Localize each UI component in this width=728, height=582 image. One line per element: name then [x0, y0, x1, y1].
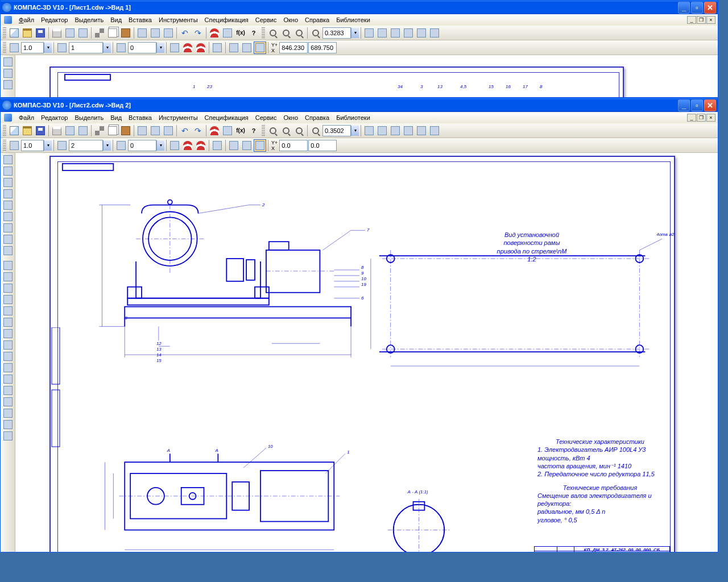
tb-i[interactable] [428, 27, 441, 39]
toolbar-grip[interactable] [3, 42, 6, 53]
tool-param[interactable] [2, 211, 14, 222]
menu-spec[interactable]: Спецификация [201, 113, 252, 122]
mdi-close[interactable]: × [706, 114, 715, 122]
toolbar-grip[interactable] [262, 27, 265, 39]
menu-help[interactable]: Справка [301, 15, 333, 24]
tb-g[interactable] [402, 27, 415, 39]
style-icon-button[interactable] [115, 139, 127, 152]
menu-tools[interactable]: Инструменты [155, 113, 201, 122]
magnet-button[interactable] [208, 27, 221, 39]
menu-view[interactable]: Вид [107, 113, 125, 122]
titlebar-2[interactable]: КОМПАС-3D V10 - [Лист2.cdw ->Вид 2] _ ▫ … [1, 98, 718, 112]
tool-point[interactable] [2, 260, 14, 271]
dropdown-icon[interactable]: ▾ [156, 43, 164, 53]
magnet2-button[interactable] [181, 139, 194, 152]
save-button[interactable] [34, 124, 47, 137]
menu-window[interactable]: Окно [280, 113, 301, 122]
step-input[interactable] [21, 140, 44, 151]
tool-h[interactable] [2, 419, 14, 430]
zoom-out-button[interactable] [280, 27, 292, 39]
tool-b[interactable] [2, 245, 14, 256]
dropdown-icon[interactable]: ▾ [351, 126, 359, 136]
copy-button[interactable] [106, 27, 119, 39]
redo-button[interactable]: ↷ [192, 124, 204, 137]
tool-arc[interactable] [2, 294, 14, 305]
minimize-button[interactable]: _ [678, 2, 690, 14]
menu-file[interactable]: Файл [15, 15, 38, 24]
new-button[interactable] [8, 124, 20, 137]
open-button[interactable] [21, 124, 34, 137]
fx-button[interactable]: f(x) [234, 124, 247, 137]
print-button[interactable] [51, 124, 63, 137]
tool-meas[interactable] [2, 222, 14, 234]
tool-geom[interactable] [2, 165, 14, 177]
tool-c[interactable] [2, 362, 14, 373]
menu-insert[interactable]: Вставка [125, 113, 155, 122]
mdi-restore[interactable]: ❐ [697, 114, 706, 122]
dropdown-icon[interactable]: ▾ [156, 140, 164, 151]
tb-a[interactable] [136, 27, 148, 39]
paste-button[interactable] [119, 124, 132, 137]
mdi-min[interactable]: _ [687, 114, 696, 122]
open-button[interactable] [21, 27, 34, 39]
ortho-y-button[interactable] [241, 139, 253, 152]
menu-select[interactable]: Выделить [71, 113, 107, 122]
zoom-fit-button[interactable] [309, 124, 322, 137]
ortho-y-button[interactable] [241, 41, 253, 54]
zoom-window-button[interactable] [293, 124, 305, 137]
ortho-x-button[interactable] [228, 41, 240, 54]
tb-a[interactable] [136, 124, 148, 137]
preview-button[interactable] [64, 124, 76, 137]
layer-input[interactable] [69, 140, 103, 151]
toolbar-grip[interactable] [262, 125, 265, 136]
step-input[interactable] [21, 42, 44, 53]
undo-button[interactable]: ↶ [179, 27, 191, 39]
coord-y-input[interactable] [308, 42, 337, 53]
layer-field[interactable]: ▾ [69, 140, 111, 151]
fx-button[interactable]: f(x) [234, 27, 247, 39]
minimize-button[interactable]: _ [678, 99, 690, 111]
tool-dim[interactable] [2, 79, 14, 90]
zoom-out-button[interactable] [280, 124, 292, 137]
magnet3-button[interactable] [195, 41, 207, 54]
tool-hatch[interactable] [2, 351, 14, 362]
menu-libs[interactable]: Библиотеки [333, 113, 374, 122]
tool-i[interactable] [2, 430, 14, 442]
canvas-1[interactable]: 1 23 34 3 13 4,5 15 16 17 8 [15, 55, 718, 97]
grid-button[interactable] [211, 41, 224, 54]
menu-file[interactable]: Файл [15, 113, 38, 122]
tool-poly[interactable] [2, 339, 14, 351]
tool-f[interactable] [2, 396, 14, 408]
tb-d[interactable] [221, 27, 234, 39]
tool-text[interactable] [2, 188, 14, 199]
menu-service[interactable]: Сервис [252, 113, 280, 122]
toolbar-grip[interactable] [3, 27, 6, 39]
magnet3-button[interactable] [195, 139, 207, 152]
ortho-x-button[interactable] [228, 139, 240, 152]
tb-i[interactable] [428, 124, 441, 137]
preview-button[interactable] [64, 27, 76, 39]
dropdown-icon[interactable]: ▾ [44, 140, 52, 151]
mdi-close[interactable]: × [706, 16, 715, 24]
style-input[interactable] [128, 140, 156, 151]
layer-field[interactable]: ▾ [69, 42, 111, 53]
maximize-button[interactable]: ▫ [691, 2, 703, 14]
menu-select[interactable]: Выделить [71, 15, 107, 24]
zoom-field[interactable]: ▾ [322, 27, 359, 39]
redo-button[interactable]: ↷ [192, 27, 204, 39]
toolbar-grip[interactable] [3, 140, 6, 151]
menu-view[interactable]: Вид [107, 15, 125, 24]
tool-e[interactable] [2, 385, 14, 396]
coord-x-input[interactable] [279, 42, 308, 53]
menu-insert[interactable]: Вставка [125, 15, 155, 24]
coord-x-input[interactable] [279, 140, 308, 151]
zoom-field[interactable]: ▾ [322, 125, 359, 136]
zoom-in-button[interactable] [267, 124, 279, 137]
undo-button[interactable]: ↶ [179, 124, 191, 137]
paste-button[interactable] [119, 27, 132, 39]
zoom-in-button[interactable] [267, 27, 279, 39]
tb-c[interactable] [162, 124, 175, 137]
snap-button[interactable] [8, 139, 20, 152]
tool-select[interactable] [2, 154, 14, 165]
tool-d[interactable] [2, 373, 14, 385]
